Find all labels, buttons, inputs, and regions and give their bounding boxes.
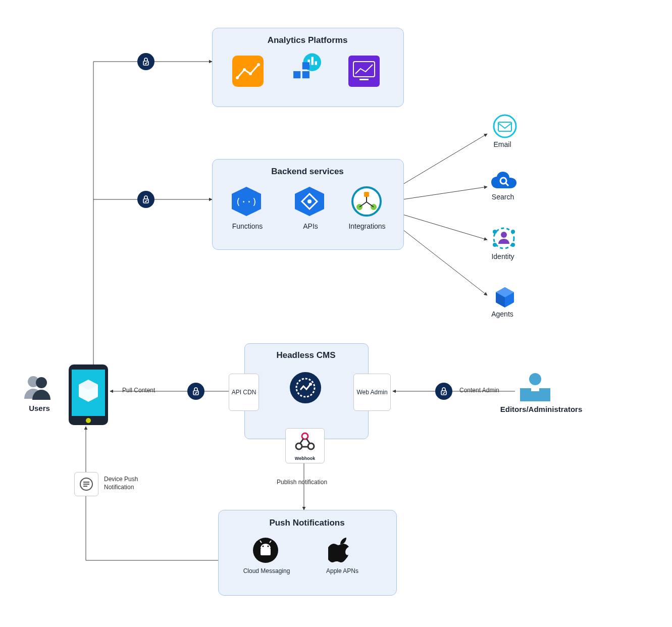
ext-email [490, 114, 520, 141]
svg-rect-9 [293, 71, 300, 78]
apple-icon [328, 536, 352, 565]
svg-point-45 [267, 545, 269, 547]
label-email: Email [487, 140, 518, 148]
svg-rect-14 [359, 79, 369, 80]
ext-identity [489, 225, 519, 254]
svg-rect-24 [498, 122, 511, 131]
label-functions: Functions [222, 222, 273, 230]
svg-point-55 [529, 373, 541, 385]
users-icon [23, 374, 53, 403]
label-cloud-messaging: Cloud Messaging [236, 567, 297, 574]
apis-icon [293, 187, 326, 218]
analytics-bars-icon [290, 51, 325, 87]
svg-point-3 [249, 72, 252, 75]
svg-point-32 [511, 243, 515, 247]
svg-point-23 [494, 115, 516, 137]
svg-rect-8 [315, 61, 317, 65]
svg-rect-57 [531, 386, 539, 391]
title-backend: Backend services [212, 167, 403, 177]
lock-icon [187, 383, 204, 400]
svg-point-28 [501, 232, 507, 238]
title-cms: Headless CMS [244, 350, 368, 360]
svg-point-54 [86, 418, 91, 423]
label-search: Search [486, 193, 520, 201]
mini-webhook: Webhook [285, 428, 325, 463]
svg-point-27 [494, 228, 514, 248]
svg-point-2 [243, 68, 246, 71]
integrations-icon [351, 186, 382, 219]
svg-rect-7 [312, 57, 314, 65]
mini-web-admin-label: Web Admin [354, 389, 390, 396]
label-agents: Agents [486, 310, 519, 318]
title-push: Push Notifications [218, 518, 396, 528]
android-icon [252, 537, 279, 565]
phone-icon [67, 363, 110, 428]
label-users: Users [19, 404, 60, 412]
label-content-admin: Content Admin [459, 387, 499, 394]
cms-circle-icon [289, 371, 322, 406]
mini-api-cdn-label: API CDN [229, 389, 259, 396]
svg-point-1 [236, 76, 239, 79]
title-analytics: Analytics Platforms [212, 35, 403, 45]
svg-text:(··): (··) [235, 196, 257, 207]
lock-icon [435, 383, 452, 400]
svg-rect-43 [261, 548, 271, 555]
svg-point-44 [262, 545, 264, 547]
mini-web-admin: Web Admin [353, 374, 391, 411]
svg-point-40 [296, 443, 302, 449]
svg-point-41 [308, 443, 314, 449]
label-apis: APIs [285, 222, 336, 230]
analytics-ga-icon [232, 56, 264, 87]
svg-point-29 [493, 230, 497, 234]
svg-rect-11 [302, 62, 309, 69]
svg-point-38 [309, 383, 312, 386]
ext-agents [490, 285, 520, 311]
label-pull-content: Pull Content [122, 387, 155, 394]
functions-icon: (··) [230, 187, 263, 218]
label-integrations: Integrations [339, 222, 395, 230]
svg-rect-10 [302, 71, 309, 78]
mini-webhook-label: Webhook [286, 456, 324, 461]
analytics-chart-icon [348, 56, 380, 87]
label-publish-notification: Publish notification [277, 479, 327, 486]
label-editors: Editors/Administrators [491, 405, 592, 413]
svg-point-49 [36, 377, 47, 388]
editor-icon [517, 371, 553, 405]
svg-point-30 [511, 230, 515, 234]
mini-api-cdn: API CDN [229, 374, 259, 411]
svg-point-18 [307, 199, 312, 203]
architecture-diagram: Analytics Platforms Backend services (··… [0, 0, 672, 627]
svg-point-4 [257, 63, 260, 66]
label-device-push: Device Push Notification [104, 476, 160, 491]
svg-rect-20 [364, 192, 369, 197]
mini-device-push-icon [74, 472, 98, 496]
svg-point-31 [493, 243, 497, 247]
lock-icon [137, 53, 154, 70]
ext-search [489, 171, 519, 193]
label-apple-apns: Apple APNs [312, 567, 373, 574]
lock-icon [137, 191, 154, 208]
label-identity: Identity [485, 252, 521, 260]
